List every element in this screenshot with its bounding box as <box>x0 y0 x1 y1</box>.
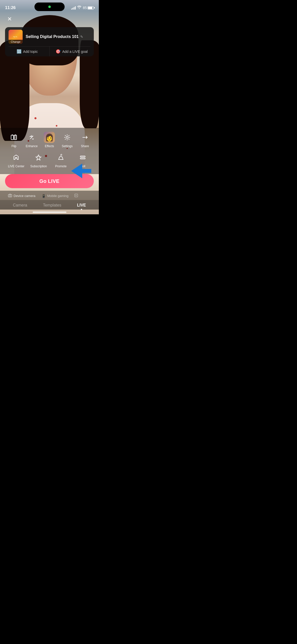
tab-live[interactable]: LIVE <box>74 202 89 209</box>
nav-tabs: Camera Templates LIVE <box>0 200 99 210</box>
top-card-footer: 🔢 Add topic 🎯 Add a LIVE goal <box>5 47 94 56</box>
status-time: 11:26 <box>5 5 16 10</box>
close-icon: ✕ <box>7 16 12 22</box>
battery: 85 <box>83 6 94 10</box>
signal-strength <box>71 6 76 10</box>
mobile-gaming-label: Mobile gaming <box>47 194 69 198</box>
subscription-icon <box>33 152 44 163</box>
tab-templates[interactable]: Templates <box>40 202 64 209</box>
bottom-overlay: Flip <box>0 128 99 214</box>
subscription-label: Subscription <box>30 165 47 168</box>
home-indicator <box>33 212 66 213</box>
svg-rect-5 <box>80 156 85 157</box>
other-mode[interactable] <box>71 193 81 199</box>
other-mode-icon <box>74 194 78 198</box>
signal-bar-1 <box>71 9 72 10</box>
svg-point-4 <box>16 158 17 159</box>
mobile-gaming-mode[interactable]: 📱 Mobile gaming <box>38 193 72 199</box>
add-topic-button[interactable]: 🔢 Add topic <box>5 47 50 56</box>
add-goal-button[interactable]: 🎯 Add a LIVE goal <box>50 47 94 56</box>
settings-tool[interactable]: Settings <box>59 132 75 148</box>
arrow-indicator <box>71 163 91 179</box>
promote-icon <box>55 152 66 163</box>
effects-icon: 👩 <box>44 132 55 143</box>
goal-label: Add a LIVE goal <box>62 50 88 54</box>
svg-point-8 <box>10 195 11 196</box>
signal-bar-3 <box>74 7 74 10</box>
svg-rect-7 <box>8 194 12 197</box>
device-camera-mode[interactable]: Device camera <box>5 193 38 199</box>
svg-point-2 <box>31 136 32 137</box>
signal-bar-4 <box>75 6 76 10</box>
effects-label: Effects <box>45 144 54 148</box>
top-card-title: Selling Digital Products 101 ✎ <box>26 34 90 39</box>
mode-bar: Device camera 📱 Mobile gaming <box>0 191 99 200</box>
enhance-label: Enhance <box>26 144 37 148</box>
thumbnail[interactable]: Tips for... Change <box>9 30 23 44</box>
subscription-tool[interactable]: Subscription <box>30 152 47 168</box>
active-indicator <box>48 6 51 8</box>
status-bar: 11:26 85 <box>0 0 99 13</box>
live-title: Selling Digital Products 101 <box>26 34 79 39</box>
live-center-tool[interactable]: LIVE Center <box>8 152 24 168</box>
flip-icon <box>8 132 19 143</box>
promote-tool[interactable]: Promote <box>53 152 69 168</box>
live-center-icon <box>11 152 22 163</box>
svg-rect-6 <box>80 158 85 159</box>
close-button[interactable]: ✕ <box>5 15 14 24</box>
mobile-gaming-icon: 📱 <box>41 194 46 198</box>
status-icons: 85 <box>71 6 94 10</box>
top-card: Tips for... Change Selling Digital Produ… <box>5 27 94 56</box>
edit-title-icon[interactable]: ✎ <box>80 35 83 39</box>
settings-icon <box>62 132 73 143</box>
live-center-label: LIVE Center <box>8 165 24 168</box>
settings-label: Settings <box>62 144 72 148</box>
share-label: Share <box>81 144 89 148</box>
dynamic-island <box>34 3 65 11</box>
effects-tool[interactable]: 👩 Effects <box>41 132 57 148</box>
thumbnail-text: Tips for... <box>13 35 19 38</box>
enhance-tool[interactable]: Enhance <box>24 132 40 148</box>
flip-tool[interactable]: Flip <box>6 132 22 148</box>
signal-bar-2 <box>72 8 73 10</box>
battery-fill <box>88 7 92 9</box>
promote-label: Promote <box>55 165 66 168</box>
change-label[interactable]: Change <box>9 40 23 44</box>
top-card-header: Tips for... Change Selling Digital Produ… <box>5 27 94 46</box>
device-camera-label: Device camera <box>14 194 35 198</box>
wifi-icon <box>77 6 81 10</box>
blue-arrow <box>71 163 91 179</box>
battery-icon <box>88 6 94 10</box>
topic-icon: 🔢 <box>17 49 22 54</box>
share-tool[interactable]: Share <box>77 132 93 148</box>
tools-row-1: Flip <box>5 132 94 148</box>
battery-percentage: 85 <box>83 6 87 10</box>
enhance-icon <box>26 132 37 143</box>
poll-icon <box>77 152 88 163</box>
device-camera-icon <box>8 194 12 198</box>
screen: 11:26 85 ✕ <box>0 0 99 214</box>
flip-label: Flip <box>12 144 16 148</box>
tab-camera[interactable]: Camera <box>10 202 30 209</box>
svg-point-3 <box>66 136 68 138</box>
goal-icon: 🎯 <box>56 49 61 54</box>
share-icon <box>79 132 91 143</box>
go-live-text: Go LIVE <box>39 178 60 184</box>
topic-label: Add topic <box>23 50 38 54</box>
